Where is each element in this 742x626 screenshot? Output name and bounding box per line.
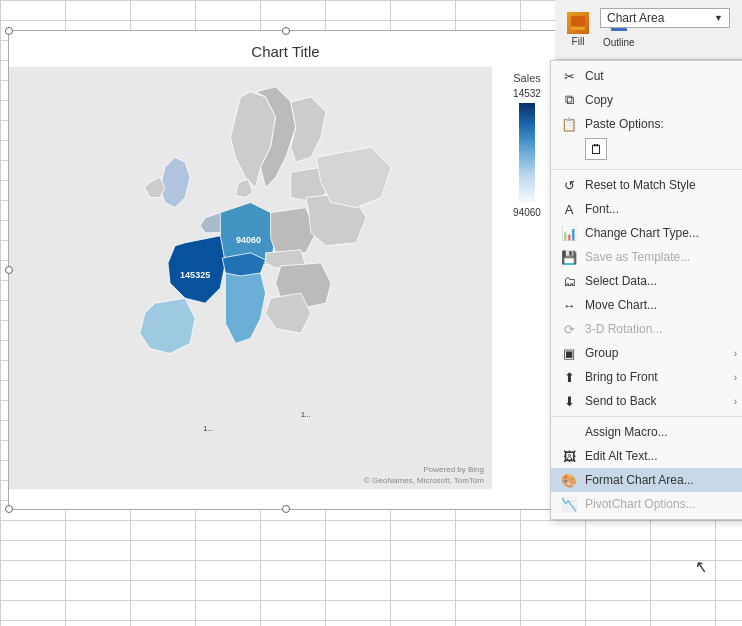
font-label: Font... [585,202,619,216]
legend-title: Sales [513,72,541,84]
resize-handle-ml[interactable] [5,266,13,274]
reset-label: Reset to Match Style [585,178,696,192]
svg-rect-0 [571,16,585,26]
menu-item-format-chart[interactable]: 🎨Format Chart Area... [551,468,742,492]
reset-icon: ↺ [559,177,579,193]
copy-label: Copy [585,93,613,107]
move-chart-icon: ↔ [559,297,579,313]
assign-macro-icon [559,424,579,440]
bring-front-arrow-icon: › [734,372,737,383]
context-menu: ✂Cut⧉Copy📋Paste Options:🗒↺Reset to Match… [550,60,742,520]
copy-icon: ⧉ [559,92,579,108]
chart-title: Chart Title [9,31,562,64]
edit-alt-icon: 🖼 [559,448,579,464]
select-data-icon: 🗂 [559,273,579,289]
legend-min: 94060 [513,207,541,218]
resize-handle-tl[interactable] [5,27,13,35]
paste-icon: 📋 [559,116,579,132]
format-chart-label: Format Chart Area... [585,473,694,487]
svg-text:1...: 1... [203,425,213,432]
paste-icon-1[interactable]: 🗒 [585,138,607,160]
3d-rotation-icon: ⟳ [559,321,579,337]
resize-handle-tm[interactable] [282,27,290,35]
change-chart-icon: 📊 [559,225,579,241]
send-back-arrow-icon: › [734,396,737,407]
menu-item-group[interactable]: ▣Group› [551,341,742,365]
group-arrow-icon: › [734,348,737,359]
fill-button[interactable]: Fill [563,10,593,49]
move-chart-label: Move Chart... [585,298,657,312]
font-icon: A [559,201,579,217]
menu-item-paste[interactable]: 📋Paste Options: [551,112,742,136]
change-chart-label: Change Chart Type... [585,226,699,240]
separator-after-send-back [551,416,742,417]
svg-rect-3 [611,28,627,31]
cut-icon: ✂ [559,68,579,84]
menu-item-font[interactable]: AFont... [551,197,742,221]
resize-handle-bm[interactable] [282,505,290,513]
format-chart-icon: 🎨 [559,472,579,488]
chart-container: Chart Title [8,30,563,510]
pivotchart-icon: 📉 [559,496,579,512]
svg-text:145325: 145325 [180,270,210,280]
paste-label: Paste Options: [585,117,664,131]
send-back-icon: ⬇ [559,393,579,409]
dropdown-arrow-icon: ▼ [714,13,723,23]
map-area: 94060 145325 [9,64,492,492]
pivotchart-label: PivotChart Options... [585,497,696,511]
menu-item-edit-alt[interactable]: 🖼Edit Alt Text... [551,444,742,468]
menu-item-3d-rotation: ⟳3-D Rotation... [551,317,742,341]
chart-area-dropdown[interactable]: Chart Area ▼ [600,8,730,28]
send-back-label: Send to Back [585,394,656,408]
menu-item-copy[interactable]: ⧉Copy [551,88,742,112]
menu-item-cut[interactable]: ✂Cut [551,64,742,88]
group-icon: ▣ [559,345,579,361]
footer-line2: © GeoNames, Microsoft, TomTom [364,475,484,486]
fill-label: Fill [572,36,585,47]
chart-area-label: Chart Area [607,11,664,25]
footer-line1: Powered by Bing [364,464,484,475]
paste-icons-row[interactable]: 🗒 [551,136,742,166]
svg-rect-1 [571,27,585,30]
select-data-label: Select Data... [585,274,657,288]
europe-map-svg: 94060 145325 [9,64,492,492]
fill-icon [567,12,589,34]
separator-after-paste [551,169,742,170]
save-template-label: Save as Template... [585,250,690,264]
edit-alt-label: Edit Alt Text... [585,449,657,463]
legend-color-bar [519,103,535,203]
chart-footer: Powered by Bing © GeoNames, Microsoft, T… [364,464,484,486]
svg-text:1...: 1... [301,411,311,418]
bring-front-icon: ⬆ [559,369,579,385]
menu-item-change-chart[interactable]: 📊Change Chart Type... [551,221,742,245]
menu-item-move-chart[interactable]: ↔Move Chart... [551,293,742,317]
menu-item-save-template: 💾Save as Template... [551,245,742,269]
menu-item-reset[interactable]: ↺Reset to Match Style [551,173,742,197]
svg-text:94060: 94060 [236,235,261,245]
menu-item-pivotchart: 📉PivotChart Options... [551,492,742,516]
cut-label: Cut [585,69,604,83]
outline-label: Outline [603,37,635,48]
legend-max: 14532 [513,88,541,99]
chart-body: 94060 145325 [9,64,562,492]
menu-item-bring-front[interactable]: ⬆Bring to Front› [551,365,742,389]
menu-item-send-back[interactable]: ⬇Send to Back› [551,389,742,413]
save-template-icon: 💾 [559,249,579,265]
3d-rotation-label: 3-D Rotation... [585,322,662,336]
bring-front-label: Bring to Front [585,370,658,384]
menu-item-assign-macro[interactable]: Assign Macro... [551,420,742,444]
assign-macro-label: Assign Macro... [585,425,668,439]
menu-item-select-data[interactable]: 🗂Select Data... [551,269,742,293]
group-label: Group [585,346,618,360]
resize-handle-bl[interactable] [5,505,13,513]
